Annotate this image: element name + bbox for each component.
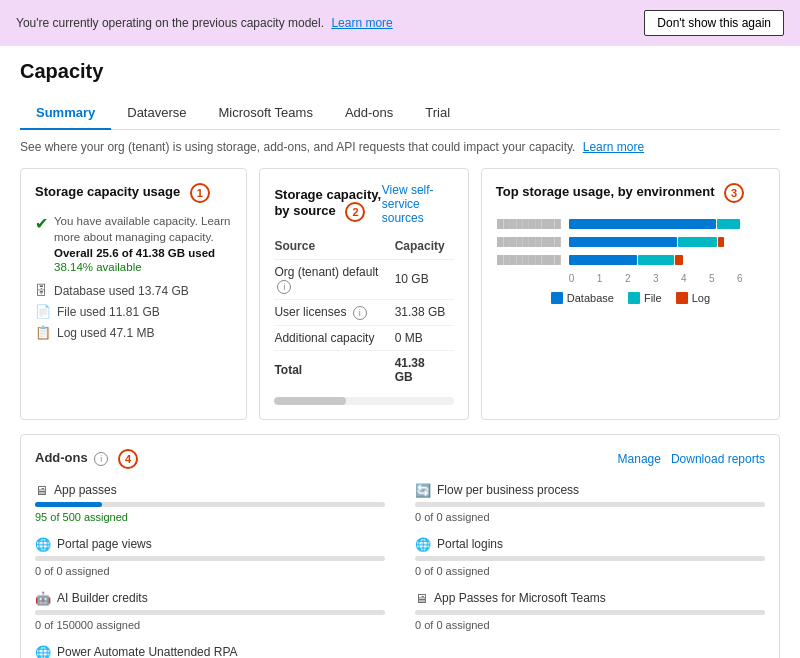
database-swatch xyxy=(551,292,563,304)
available-percent: 38.14% available xyxy=(54,261,232,273)
banner-learn-more-link[interactable]: Learn more xyxy=(331,16,392,30)
table-row-total: Total 41.38 GB xyxy=(274,350,453,389)
file-swatch xyxy=(628,292,640,304)
overall-usage: Overall 25.6 of 41.38 GB used xyxy=(54,247,215,259)
rpa-icon: 🌐 xyxy=(35,645,51,658)
tab-dataverse[interactable]: Dataverse xyxy=(111,97,202,130)
app-passes-assigned: 95 of 500 assigned xyxy=(35,511,385,523)
tab-teams[interactable]: Microsoft Teams xyxy=(203,97,329,130)
info-icon[interactable]: i xyxy=(277,280,291,294)
bar-db-3 xyxy=(569,255,638,265)
teams-passes-icon: 🖥 xyxy=(415,591,428,606)
usage-item-file: 📄 File used 11.81 GB xyxy=(35,304,232,319)
banner: You're currently operating on the previo… xyxy=(0,0,800,46)
source-col-header: Source xyxy=(274,235,394,260)
storage-capacity-card: Storage capacity usage 1 ✔ You have avai… xyxy=(20,168,247,420)
bar-log-2 xyxy=(718,237,724,247)
tab-addons[interactable]: Add-ons xyxy=(329,97,409,130)
addons-card: Add-ons i 4 Manage Download reports 🖥 Ap… xyxy=(20,434,780,658)
legend-database: Database xyxy=(551,292,614,304)
page-title: Capacity xyxy=(20,60,780,83)
addons-grid: 🖥 App passes 95 of 500 assigned 🔄 Flow p… xyxy=(35,483,765,658)
table-row: Additional capacity 0 MB xyxy=(274,325,453,350)
view-self-service-link[interactable]: View self-service sources xyxy=(382,183,454,225)
addons-actions: Manage Download reports xyxy=(618,452,765,466)
tab-trial[interactable]: Trial xyxy=(409,97,466,130)
addon-rpa: 🌐 Power Automate Unattended RPA 19 of 20… xyxy=(35,645,385,658)
usage-item-database: 🗄 Database used 13.74 GB xyxy=(35,283,232,298)
file-icon: 📄 xyxy=(35,304,51,319)
storage-badge: 1 xyxy=(190,183,210,203)
page-content: Capacity Summary Dataverse Microsoft Tea… xyxy=(0,46,800,658)
addon-ai-builder: 🤖 AI Builder credits 0 of 150000 assigne… xyxy=(35,591,385,631)
addon-flow-business: 🔄 Flow per business process 0 of 0 assig… xyxy=(415,483,765,523)
bar-file-2 xyxy=(678,237,717,247)
addon-portal-views: 🌐 Portal page views 0 of 0 assigned xyxy=(35,537,385,577)
app-passes-progress xyxy=(35,502,102,507)
capacity-status: ✔ You have available capacity. Learn mor… xyxy=(35,213,232,273)
portal-logins-icon: 🌐 xyxy=(415,537,431,552)
tabs-bar: Summary Dataverse Microsoft Teams Add-on… xyxy=(20,97,780,130)
bar-label-1: ██████████ xyxy=(496,219,561,229)
source-table: Source Capacity Org (tenant) default i 1… xyxy=(274,235,453,389)
addons-title: Add-ons xyxy=(35,450,88,465)
bar-row-3: ██████████ xyxy=(496,255,765,265)
flow-assigned: 0 of 0 assigned xyxy=(415,511,765,523)
tab-summary[interactable]: Summary xyxy=(20,97,111,130)
ai-builder-icon: 🤖 xyxy=(35,591,51,606)
scroll-bar[interactable] xyxy=(274,397,453,405)
page-description: See where your org (tenant) is using sto… xyxy=(20,140,780,154)
portal-logins-assigned: 0 of 0 assigned xyxy=(415,565,765,577)
chart-axis: 0 1 2 3 4 5 6 xyxy=(569,273,765,284)
log-swatch xyxy=(676,292,688,304)
download-reports-link[interactable]: Download reports xyxy=(671,452,765,466)
bar-row-2: ██████████ xyxy=(496,237,765,247)
storage-card-title-group: Storage capacity usage 1 xyxy=(35,183,210,203)
bar-db-2 xyxy=(569,237,677,247)
log-icon: 📋 xyxy=(35,325,51,340)
table-row: Org (tenant) default i 10 GB xyxy=(274,260,453,300)
addon-app-passes: 🖥 App passes 95 of 500 assigned xyxy=(35,483,385,523)
scroll-thumb xyxy=(274,397,346,405)
manage-link[interactable]: Manage xyxy=(618,452,661,466)
addons-info-icon[interactable]: i xyxy=(94,452,108,466)
banner-message: You're currently operating on the previo… xyxy=(16,16,324,30)
bar-row-1: ██████████ xyxy=(496,219,765,229)
top-storage-card: Top storage usage, by environment 3 ████… xyxy=(481,168,780,420)
info-icon[interactable]: i xyxy=(353,306,367,320)
bar-label-2: ██████████ xyxy=(496,237,561,247)
source-card-title: Storage capacity, by source xyxy=(274,187,381,218)
chart-legend: Database File Log xyxy=(496,292,765,304)
source-card: Storage capacity, by source 2 View self-… xyxy=(259,168,468,420)
source-card-header: Storage capacity, by source 2 View self-… xyxy=(274,183,453,225)
banner-text: You're currently operating on the previo… xyxy=(16,16,393,30)
bar-file-1 xyxy=(717,219,741,229)
portal-views-icon: 🌐 xyxy=(35,537,51,552)
usage-items-list: 🗄 Database used 13.74 GB 📄 File used 11.… xyxy=(35,283,232,340)
top-storage-badge: 3 xyxy=(724,183,744,203)
portal-views-assigned: 0 of 0 assigned xyxy=(35,565,385,577)
storage-card-title: Storage capacity usage xyxy=(35,184,180,199)
addon-portal-logins: 🌐 Portal logins 0 of 0 assigned xyxy=(415,537,765,577)
bar-file-3 xyxy=(638,255,673,265)
top-storage-title: Top storage usage, by environment xyxy=(496,184,715,199)
app-passes-icon: 🖥 xyxy=(35,483,48,498)
bar-db-1 xyxy=(569,219,716,229)
bar-log-3 xyxy=(675,255,683,265)
usage-item-log: 📋 Log used 47.1 MB xyxy=(35,325,232,340)
description-learn-more[interactable]: Learn more xyxy=(583,140,644,154)
ai-builder-assigned: 0 of 150000 assigned xyxy=(35,619,385,631)
addons-header: Add-ons i 4 Manage Download reports xyxy=(35,449,765,469)
cards-row: Storage capacity usage 1 ✔ You have avai… xyxy=(20,168,780,420)
dont-show-again-button[interactable]: Don't show this again xyxy=(644,10,784,36)
flow-icon: 🔄 xyxy=(415,483,431,498)
teams-passes-assigned: 0 of 0 assigned xyxy=(415,619,765,631)
table-row: User licenses i 31.38 GB xyxy=(274,299,453,325)
check-icon: ✔ xyxy=(35,214,48,233)
database-icon: 🗄 xyxy=(35,283,48,298)
addons-badge: 4 xyxy=(118,449,138,469)
bar-chart: ██████████ ██████████ xyxy=(496,213,765,310)
legend-log: Log xyxy=(676,292,710,304)
legend-file: File xyxy=(628,292,662,304)
capacity-status-text: You have available capacity. Learn more … xyxy=(54,213,232,245)
